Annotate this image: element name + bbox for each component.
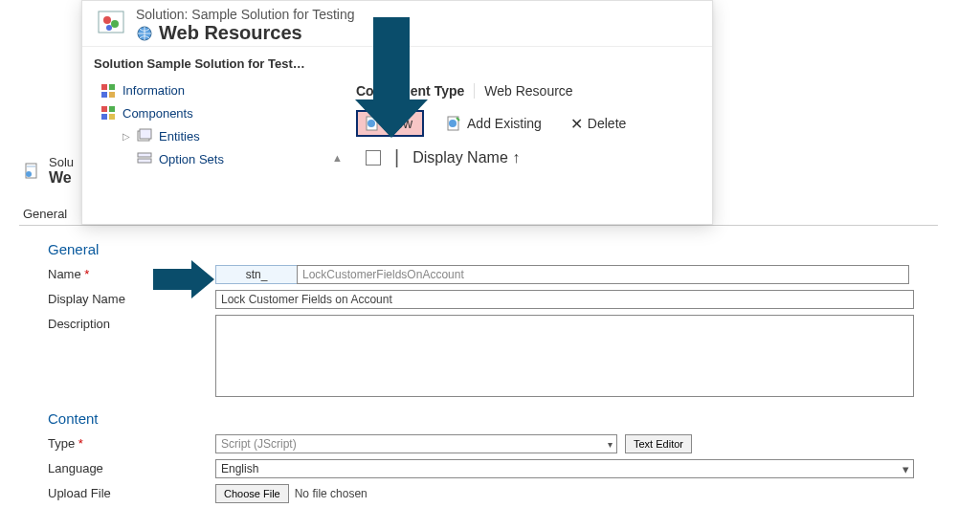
grid-header-row: | Display Name ↑: [356, 146, 704, 168]
solution-tree: Solution Sample Solution for Test… Infor…: [82, 46, 352, 217]
overlay-wr-title: Web Resources: [159, 22, 302, 44]
file-status: No file chosen: [295, 487, 368, 500]
tree-components-label: Components: [122, 106, 193, 121]
delete-x-icon: ✕: [570, 115, 583, 133]
guidance-arrow-right: [153, 260, 214, 298]
upload-file-label: Upload File: [48, 484, 215, 500]
chevron-down-icon: ▾: [608, 439, 612, 450]
language-select[interactable]: English ▾: [215, 459, 914, 478]
entities-icon: [136, 127, 153, 144]
chevron-down-icon: ▾: [902, 462, 909, 476]
component-type-value[interactable]: Web Resource: [474, 83, 704, 99]
expand-icon[interactable]: ▷: [122, 131, 130, 142]
add-existing-button[interactable]: Add Existing: [437, 111, 549, 136]
name-label: Name: [48, 267, 81, 281]
svg-rect-19: [138, 159, 151, 163]
delete-label: Delete: [588, 116, 626, 131]
svg-point-2: [26, 171, 32, 177]
tree-option-sets-label: Option Sets: [159, 152, 224, 166]
tree-option-sets[interactable]: Option Sets: [90, 147, 352, 170]
tab-general[interactable]: General: [19, 203, 78, 225]
svg-rect-11: [109, 92, 115, 98]
svg-rect-8: [101, 84, 107, 90]
add-existing-label: Add Existing: [467, 116, 542, 131]
info-puzzle-icon: [100, 81, 117, 99]
type-select[interactable]: Script (JScript) ▾: [215, 434, 617, 453]
overlay-solution-line: Solution: Sample Solution for Testing: [136, 7, 355, 22]
svg-rect-1: [27, 166, 35, 167]
svg-point-23: [449, 120, 457, 127]
tree-components[interactable]: Components: [90, 101, 352, 124]
description-label: Description: [48, 315, 215, 331]
svg-rect-14: [101, 114, 107, 120]
add-existing-icon: [445, 115, 462, 132]
bg-wr-short: We: [49, 169, 74, 187]
language-label: Language: [48, 459, 215, 475]
language-select-value: English: [221, 462, 258, 475]
svg-rect-17: [140, 129, 151, 139]
description-textarea[interactable]: [215, 315, 914, 397]
select-all-checkbox[interactable]: [366, 150, 381, 166]
type-label: Type: [48, 436, 75, 451]
svg-rect-13: [109, 106, 115, 112]
type-select-value: Script (JScript): [221, 437, 297, 451]
svg-rect-15: [109, 114, 115, 120]
choose-file-button[interactable]: Choose File: [215, 484, 289, 503]
svg-rect-10: [101, 92, 107, 98]
required-marker: *: [78, 436, 83, 451]
delete-button[interactable]: ✕ Delete: [563, 111, 634, 137]
tree-title: Solution Sample Solution for Test…: [90, 51, 352, 78]
option-sets-icon: [136, 150, 153, 167]
display-name-column[interactable]: Display Name ↑: [412, 149, 520, 166]
svg-rect-12: [101, 106, 107, 112]
tree-scroll-up[interactable]: ▲: [332, 152, 343, 164]
bg-form-header: Solu We: [24, 155, 74, 187]
svg-point-6: [106, 25, 112, 31]
globe-icon: [136, 25, 153, 42]
solution-puzzle-icon: [96, 7, 126, 37]
name-input[interactable]: [297, 265, 909, 284]
section-general: General: [48, 241, 943, 257]
svg-rect-18: [138, 153, 151, 157]
bg-solution-short: Solu: [49, 155, 74, 169]
svg-point-5: [111, 20, 119, 28]
text-editor-button[interactable]: Text Editor: [625, 434, 692, 453]
display-name-input[interactable]: [215, 290, 914, 309]
guidance-arrow-down: [373, 17, 428, 138]
components-icon: [100, 104, 117, 121]
tree-information-label: Information: [122, 83, 185, 98]
document-icon: [24, 163, 41, 180]
tree-information[interactable]: Information: [90, 78, 352, 101]
pipe-divider: |: [394, 146, 399, 168]
required-marker: *: [84, 267, 89, 281]
name-prefix: stn_: [215, 265, 298, 284]
tree-entities[interactable]: ▷ Entities: [90, 124, 352, 147]
svg-point-4: [103, 16, 111, 24]
tree-entities-label: Entities: [159, 129, 200, 144]
section-content: Content: [48, 410, 943, 427]
svg-rect-9: [109, 84, 115, 90]
